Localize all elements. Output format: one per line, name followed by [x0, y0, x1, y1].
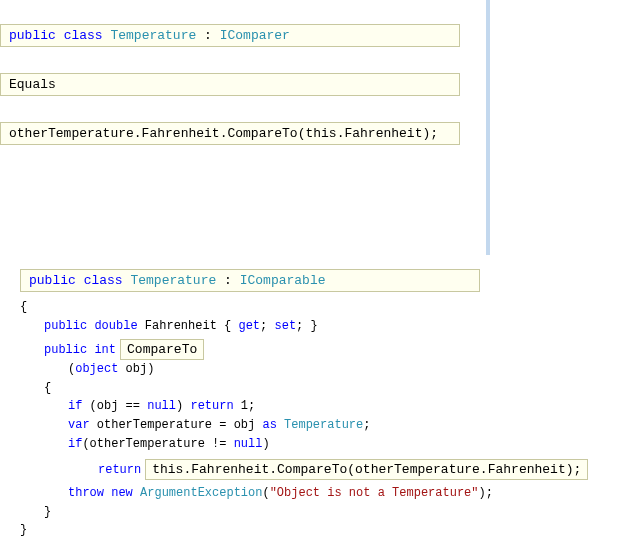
class-decl-icomparable: public class Temperature : IComparable: [20, 269, 480, 292]
throw-line: throw new ArgumentException("Object is n…: [68, 484, 622, 503]
if-null-line: if (obj == null) return 1;: [68, 397, 622, 416]
equals-box: Equals: [0, 73, 460, 96]
if-notnull-line: if(otherTemperature != null): [68, 435, 622, 454]
return-box: this.Fahrenheit.CompareTo(otherTemperatu…: [145, 459, 588, 480]
top-code-snippets: public class Temperature : IComparer Equ…: [0, 0, 480, 145]
colon: :: [216, 273, 239, 288]
var-line: var otherTemperature = obj as Temperatur…: [68, 416, 622, 435]
bottom-code-block: public class Temperature : IComparable {…: [8, 263, 622, 538]
compareto-box: CompareTo: [120, 339, 204, 360]
fahrenheit-prop: public double Fahrenheit { get; set; }: [44, 317, 622, 336]
return-line: returnthis.Fahrenheit.CompareTo(otherTem…: [98, 459, 622, 480]
compareto-decl: public intCompareTo: [44, 339, 622, 360]
keyword-class: class: [64, 28, 103, 43]
keyword-class: class: [84, 273, 123, 288]
type-icomparable: IComparable: [240, 273, 326, 288]
compare-to-line-box: otherTemperature.Fahrenheit.CompareTo(th…: [0, 122, 460, 145]
brace-close-1: }: [20, 521, 622, 538]
equals-text: Equals: [9, 77, 56, 92]
keyword-public: public: [9, 28, 56, 43]
brace-open-2: {: [44, 379, 622, 398]
type-temperature: Temperature: [110, 28, 196, 43]
compare-to-text: otherTemperature.Fahrenheit.CompareTo(th…: [9, 126, 438, 141]
param-line: (object obj): [68, 360, 622, 379]
brace-close-2: }: [44, 503, 622, 522]
class-decl-icomparer: public class Temperature : IComparer: [0, 24, 460, 47]
type-icomparer: IComparer: [220, 28, 290, 43]
colon: :: [196, 28, 219, 43]
type-temperature: Temperature: [130, 273, 216, 288]
scroll-indicator: [486, 0, 490, 255]
keyword-public: public: [29, 273, 76, 288]
open-brace: {: [20, 298, 622, 317]
